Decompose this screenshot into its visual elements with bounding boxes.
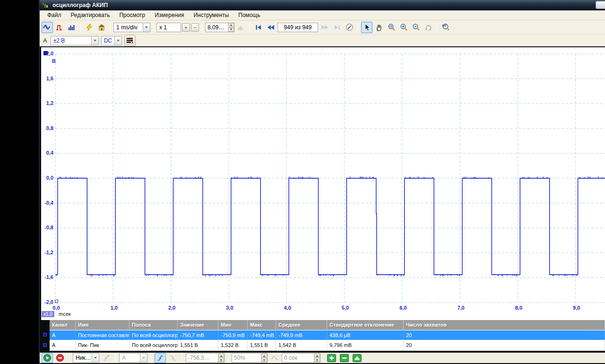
- menu-help[interactable]: Помощь: [233, 11, 265, 19]
- x-tick-label: 1,0: [107, 305, 121, 311]
- histogram-view-button[interactable]: [66, 22, 78, 33]
- x-tick-label: 7,0: [454, 305, 468, 311]
- waveform-plot[interactable]: В x1,0 mсек 2,01,61,20,80,40,0-0,4-0,8-1…: [40, 47, 605, 320]
- col-min[interactable]: Мин: [218, 320, 248, 330]
- pointer-tool-button[interactable]: [361, 22, 372, 33]
- offset-spinner[interactable]: 8,09…: [205, 23, 234, 32]
- col-stddev[interactable]: Стандартное отклонение: [327, 320, 404, 330]
- table-row[interactable]: A Постоянная составляющая По всей осцилл…: [50, 330, 605, 340]
- gauge-button[interactable]: [344, 22, 355, 33]
- timebase-select[interactable]: 1 ms/div: [113, 23, 150, 32]
- table-row[interactable]: A Пик- Пик По всей осциллограмме 1,551 В…: [50, 340, 605, 350]
- pulse-view-button[interactable]: [54, 22, 65, 33]
- voltage-range-select[interactable]: ±2 В: [51, 36, 99, 45]
- scale-minus-button[interactable]: −: [191, 23, 199, 32]
- hand-tool-button[interactable]: [373, 22, 385, 33]
- cell-stddev: 438,6 μB: [327, 330, 404, 340]
- play-icon: [43, 354, 52, 362]
- y-tick-label: -0,4: [41, 200, 53, 206]
- zoom-100-button[interactable]: 100: [440, 22, 451, 33]
- cell-min: 1,532 В: [218, 340, 248, 350]
- prev-icon: [267, 24, 275, 31]
- pretrigger-value: 50%: [232, 354, 261, 362]
- app-icon: [42, 2, 50, 9]
- cell-band: По всей осциллограмме: [130, 340, 178, 350]
- zoom-out-button[interactable]: [410, 22, 422, 33]
- scale-value: x 1: [157, 23, 181, 32]
- y-tick-label: 0,0: [41, 175, 53, 181]
- run-button[interactable]: [42, 353, 53, 363]
- scale-input[interactable]: x 1: [156, 23, 181, 32]
- cell-channel: A: [50, 330, 76, 340]
- cell-stddev: 9,796 mB: [327, 340, 404, 350]
- remove-measurement-button[interactable]: [338, 353, 350, 363]
- chevron-down-icon[interactable]: [92, 354, 99, 362]
- cell-name: Постоянная составляющая: [76, 330, 130, 340]
- undo-zoom-button: [423, 22, 434, 33]
- scope-view-button[interactable]: [42, 22, 53, 33]
- overview-button[interactable]: [351, 353, 363, 363]
- cell-max: 1,551 В: [248, 340, 276, 350]
- cell-max: -749,4 mB: [248, 330, 276, 340]
- cell-channel: A: [50, 340, 76, 350]
- waveform-canvas[interactable]: [41, 47, 605, 320]
- zoom-window-icon: [388, 23, 396, 31]
- zoom-window-button[interactable]: [386, 22, 397, 33]
- channel-options-button[interactable]: [124, 35, 136, 46]
- col-value[interactable]: Значение: [178, 320, 218, 330]
- smooth-trigger-button: [269, 353, 280, 363]
- rising-edge-button[interactable]: [155, 353, 166, 363]
- menu-file[interactable]: Файл: [43, 11, 66, 19]
- col-band[interactable]: Полоса: [130, 320, 178, 330]
- undo-disabled-icon: [424, 24, 432, 31]
- pointer-icon: [363, 24, 370, 31]
- menu-measurements[interactable]: Измерения: [150, 11, 189, 19]
- auto-setup-button[interactable]: [84, 22, 95, 33]
- close-button[interactable]: [596, 1, 605, 9]
- col-mean[interactable]: Среднее: [276, 320, 327, 330]
- nav-prev-button[interactable]: [265, 22, 277, 33]
- add-measurement-button[interactable]: [326, 353, 337, 363]
- row-marker[interactable]: [43, 333, 47, 337]
- trigger-source-value: A: [120, 354, 140, 362]
- y-tick-label: -1,6: [41, 274, 53, 280]
- position-input[interactable]: 949 из 949: [277, 23, 318, 32]
- holdoff-value: 0 сек: [282, 354, 314, 362]
- skip-start-icon: [255, 24, 262, 31]
- coupling-select[interactable]: DC: [101, 36, 122, 45]
- chevron-down-icon[interactable]: [91, 36, 98, 45]
- x-tick-label: 5,0: [338, 305, 353, 311]
- col-max[interactable]: Макс: [248, 320, 276, 330]
- home-button[interactable]: [96, 22, 107, 33]
- titlebar[interactable]: осциллограф АКИП: [40, 0, 605, 10]
- y-tick-label: 0,8: [41, 125, 53, 131]
- cell-name: Пик- Пик: [76, 340, 130, 350]
- lightning-icon: [86, 24, 93, 31]
- col-name[interactable]: Имя: [76, 320, 130, 330]
- col-channel[interactable]: Канал: [50, 320, 76, 330]
- nav-first-button[interactable]: [253, 22, 264, 33]
- scale-plus-button[interactable]: +: [182, 23, 190, 32]
- hand-icon: [375, 24, 383, 31]
- menu-edit[interactable]: Редактировать: [66, 11, 115, 19]
- cell-min: -750,9 mB: [218, 330, 248, 340]
- x-scale-badge[interactable]: x1,0: [42, 311, 54, 317]
- menu-tools[interactable]: Инструменты: [189, 11, 233, 19]
- stop-button[interactable]: [54, 353, 66, 363]
- row-marker[interactable]: [43, 343, 47, 347]
- y-tick-label: 1,2: [41, 100, 53, 106]
- spinner-arrows[interactable]: [228, 23, 234, 32]
- cell-value: 1,551 В: [178, 340, 218, 350]
- chevron-down-icon[interactable]: [143, 23, 150, 32]
- origin-handle[interactable]: [55, 300, 58, 303]
- zoom-in-button[interactable]: [398, 22, 409, 33]
- menu-view[interactable]: Просмотр: [114, 11, 150, 19]
- x-tick-label: 0,0: [49, 305, 63, 311]
- chevron-down-icon[interactable]: [114, 36, 121, 45]
- plus-green-icon: [327, 354, 336, 362]
- falling-edge-disabled-icon: [169, 355, 177, 362]
- trigger-mode-select[interactable]: Ник…: [73, 353, 99, 363]
- col-captures[interactable]: Число захватов: [404, 320, 605, 330]
- cell-captures: 20: [404, 330, 605, 340]
- holdoff-spinner: 0 сек: [282, 353, 320, 363]
